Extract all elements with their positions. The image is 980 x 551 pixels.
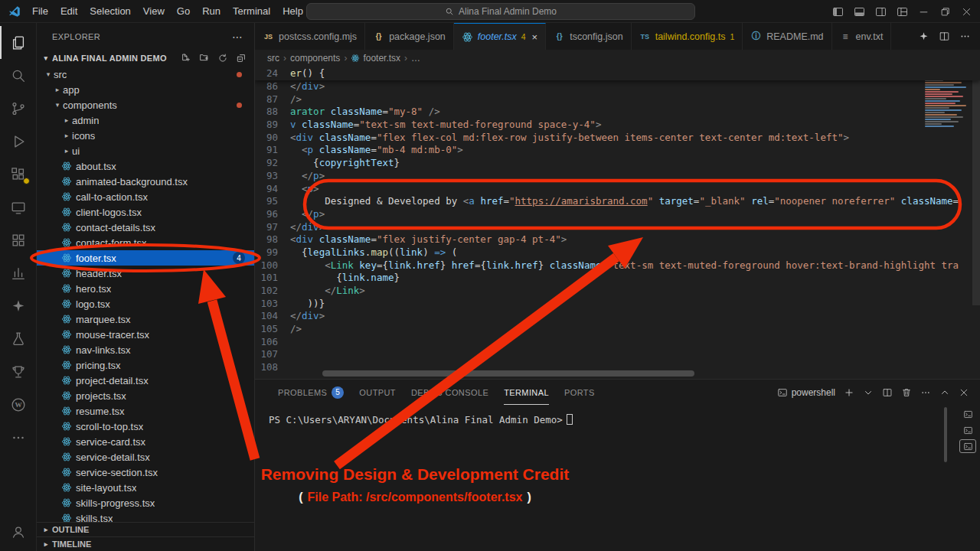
activity-item-flask[interactable]	[0, 322, 37, 355]
menu-edit[interactable]: Edit	[54, 0, 83, 23]
tree-item-icons[interactable]: ▸icons	[37, 128, 254, 143]
plus-icon[interactable]	[844, 387, 854, 398]
breadcrumb-item-footer-tsx[interactable]: footer.tsx	[351, 53, 400, 64]
split-icon[interactable]	[882, 387, 893, 398]
tree-item-skills-progress-tsx[interactable]: skills-progress.tsx	[37, 495, 254, 510]
code-line-89[interactable]: 89v className="text-sm text-muted-foregr…	[255, 119, 980, 132]
sidebar-section-timeline[interactable]: ▸TIMELINE	[37, 536, 254, 551]
tree-item-resume-tsx[interactable]: resume.tsx	[37, 403, 254, 419]
tree-item-projects-tsx[interactable]: projects.tsx	[37, 388, 254, 403]
activity-item-extensions[interactable]	[0, 158, 37, 191]
new-folder-icon[interactable]	[199, 53, 210, 64]
terminal-output[interactable]: PS C:\Users\ARYAN\Documents\Alina Final …	[255, 405, 980, 425]
terminal-session-1[interactable]	[959, 407, 976, 421]
code-line-93[interactable]: 93 </p>	[255, 170, 980, 183]
refresh-icon[interactable]	[217, 53, 228, 64]
menu-selection[interactable]: Selection	[83, 0, 136, 23]
tree-item-admin[interactable]: ▸admin	[37, 112, 254, 128]
activity-item-run-debug[interactable]	[0, 125, 37, 158]
code-line-102[interactable]: 102 </Link>	[255, 285, 980, 298]
tree-item-service-card-tsx[interactable]: service-card.tsx	[37, 434, 254, 449]
tab-env-txt[interactable]: ≡env.txt	[832, 23, 892, 50]
more-h-icon[interactable]	[959, 31, 971, 42]
close-icon[interactable]	[961, 6, 972, 18]
tab-readme-md[interactable]: ⓘREADME.md	[743, 23, 831, 50]
tree-item-site-layout-tsx[interactable]: site-layout.tsx	[37, 480, 254, 495]
tree-item-skills-tsx[interactable]: skills.tsx	[37, 510, 254, 522]
code-line-101[interactable]: 101 {link.name}	[255, 272, 980, 285]
breadcrumb-item-components[interactable]: components	[290, 53, 340, 64]
layout-sidebar-icon[interactable]	[832, 6, 844, 18]
terminal-scrollbar[interactable]	[944, 407, 947, 462]
tree-item-logo-tsx[interactable]: logo.tsx	[37, 296, 254, 311]
activity-item-more[interactable]	[0, 421, 37, 454]
activity-item-files[interactable]	[0, 26, 37, 59]
editor-horizontal-scrollbar[interactable]	[322, 370, 694, 377]
tree-item-hero-tsx[interactable]: hero.tsx	[37, 281, 254, 296]
code-line-sticky-24[interactable]: 24er() {	[255, 67, 325, 80]
code-line-99[interactable]: 99 {legalLinks.map((link) => (	[255, 246, 980, 259]
panel-tab-problems[interactable]: PROBLEMS5	[278, 380, 344, 405]
close-icon[interactable]	[959, 387, 969, 398]
panel-tab-output[interactable]: OUTPUT	[359, 380, 396, 405]
tree-item-animated-background-tsx[interactable]: animated-background.tsx	[37, 174, 254, 189]
code-line-86[interactable]: 86</div>	[255, 80, 980, 93]
tree-item-contact-details-tsx[interactable]: contact-details.tsx	[37, 220, 254, 235]
tree-item-footer-tsx[interactable]: footer.tsx4	[37, 250, 254, 266]
menu-file[interactable]: File	[26, 0, 54, 23]
code-line-92[interactable]: 92 {copyrightText}	[255, 157, 980, 170]
tree-item-about-tsx[interactable]: about.tsx	[37, 158, 254, 174]
terminal-session-3[interactable]	[959, 439, 976, 453]
project-root-row[interactable]: ▾ ALINA FINAL ADMIN DEMO	[37, 50, 254, 67]
activity-item-sparkle[interactable]	[0, 289, 37, 322]
panel-tab-ports[interactable]: PORTS	[564, 380, 595, 405]
breadcrumb-item-src[interactable]: src	[267, 53, 279, 64]
explorer-more-icon[interactable]: ⋯	[232, 31, 243, 43]
tree-item-project-detail-tsx[interactable]: project-detail.tsx	[37, 373, 254, 388]
tree-item-marquee-tsx[interactable]: marquee.tsx	[37, 311, 254, 327]
sidebar-section-outline[interactable]: ▸OUTLINE	[37, 522, 254, 536]
breadcrumb-item-[interactable]: …	[411, 53, 420, 64]
tree-item-service-section-tsx[interactable]: service-section.tsx	[37, 465, 254, 480]
customize-layout-icon[interactable]	[897, 6, 908, 18]
collapse-all-icon[interactable]	[236, 53, 247, 64]
layout-secondary-icon[interactable]	[875, 6, 887, 18]
panel-tab-terminal[interactable]: TERMINAL	[504, 380, 549, 405]
code-line-100[interactable]: 100 <Link key={link.href} href={link.hre…	[255, 259, 980, 272]
tab-tsconfig-json[interactable]: {}tsconfig.json	[546, 23, 631, 50]
menu-terminal[interactable]: Terminal	[227, 0, 276, 23]
tree-item-mouse-tracer-tsx[interactable]: mouse-tracer.tsx	[37, 327, 254, 342]
code-line-104[interactable]: 104</div>	[255, 310, 980, 323]
tree-item-app[interactable]: ▸app	[37, 82, 254, 97]
tab-package-json[interactable]: {}package.json	[365, 23, 454, 50]
tree-item-call-to-action-tsx[interactable]: call-to-action.tsx	[37, 189, 254, 204]
activity-item-monitor[interactable]	[0, 191, 37, 223]
tree-item-service-detail-tsx[interactable]: service-detail.tsx	[37, 449, 254, 465]
code-line-105[interactable]: 105/>	[255, 323, 980, 336]
restore-icon[interactable]	[939, 6, 951, 18]
sticky-scroll-line[interactable]: 24er() {	[255, 67, 980, 80]
tree-item-components[interactable]: ▾components	[37, 97, 254, 112]
activity-item-account[interactable]	[0, 515, 37, 548]
tab-postcss-config-mjs[interactable]: JSpostcss.config.mjs	[255, 23, 365, 50]
tree-item-pricing-tsx[interactable]: pricing.tsx	[37, 357, 254, 373]
code-line-103[interactable]: 103 ))}	[255, 298, 980, 311]
code-line-94[interactable]: 94 <p>	[255, 183, 980, 196]
code-line-88[interactable]: 88arator className="my-8" />	[255, 106, 980, 119]
activity-item-trophy[interactable]	[0, 355, 37, 388]
chevron-up-icon[interactable]	[939, 387, 950, 398]
panel-tab-debug-console[interactable]: DEBUG CONSOLE	[411, 380, 488, 405]
sparkle-icon[interactable]	[918, 31, 929, 42]
code-line-97[interactable]: 97</div>	[255, 221, 980, 234]
split-icon[interactable]	[939, 31, 950, 42]
chevron-down-icon[interactable]	[863, 387, 874, 398]
menu-view[interactable]: View	[137, 0, 171, 23]
activity-item-wordpress[interactable]: W	[0, 388, 37, 421]
code-line-98[interactable]: 98<div className="flex justify-center ga…	[255, 233, 980, 246]
layout-panel-icon[interactable]	[854, 6, 865, 18]
more-h-icon[interactable]	[920, 387, 931, 398]
new-file-icon[interactable]	[181, 53, 191, 64]
shell-selector[interactable]: powershell	[777, 387, 835, 398]
tree-item-client-logos-tsx[interactable]: client-logos.tsx	[37, 204, 254, 220]
activity-item-search[interactable]	[0, 59, 37, 92]
